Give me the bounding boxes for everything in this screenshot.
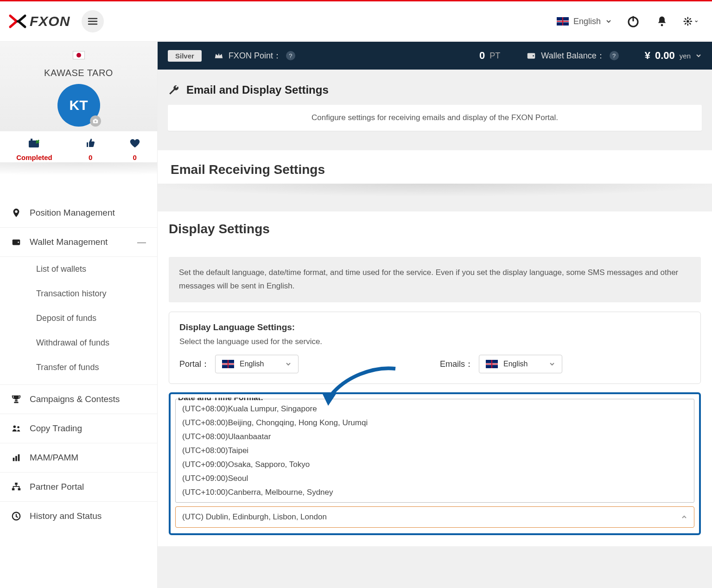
nav-position-management[interactable]: Position Management — [0, 198, 157, 228]
minus-icon: — — [137, 237, 146, 247]
brand-mark-icon — [8, 12, 27, 31]
svg-point-14 — [17, 426, 19, 428]
balance-value: 0.00 — [655, 50, 675, 62]
stat-verification[interactable]: Completed — [16, 138, 52, 161]
brand-text: FXON — [30, 13, 70, 29]
nav-campaigns[interactable]: Campaigns & Contests — [0, 385, 157, 414]
points-value-display: 0 PT — [479, 50, 500, 62]
timezone-select[interactable]: (UTC) Dublin, Edinburgh, Lisbon, London — [175, 506, 694, 528]
svg-point-6 — [94, 121, 96, 122]
sitemap-icon — [11, 482, 21, 492]
power-icon — [626, 14, 640, 28]
tier-badge: Silver — [168, 50, 202, 62]
decorative-wave — [0, 166, 157, 198]
balance-value-display[interactable]: ¥ 0.00 yen — [645, 50, 702, 62]
svg-point-3 — [661, 24, 663, 26]
datetime-panel-title: Date and Time Format: — [176, 393, 265, 403]
nav-wallet-list[interactable]: List of wallets — [0, 257, 157, 281]
stat-likes-value: 0 — [89, 153, 92, 161]
points-unit: PT — [490, 51, 500, 61]
nav-partner-portal[interactable]: Partner Portal — [0, 473, 157, 502]
chevron-down-icon — [549, 361, 555, 367]
profile-stats: Completed 0 0 — [0, 131, 157, 166]
uk-flag-icon — [557, 17, 569, 26]
map-pin-icon — [11, 208, 21, 218]
nav-copy-trading[interactable]: Copy Trading — [0, 414, 157, 443]
trophy-icon — [11, 394, 21, 404]
app-header: FXON English — [0, 1, 712, 42]
sidebar: KAWASE TARO KT Completed 0 0 — [0, 42, 158, 588]
thumbs-up-icon — [85, 138, 96, 149]
nav-label: Wallet Management — [30, 237, 108, 247]
nav-label: Campaigns & Contests — [30, 394, 120, 404]
main-content: Silver FXON Point： ? 0 PT Wallet Balance… — [158, 42, 712, 588]
timezone-option[interactable]: (UTC+08:00)Taipei — [176, 444, 694, 458]
timezone-option[interactable]: (UTC+09:00)Seoul — [176, 472, 694, 486]
balance-unit: yen — [680, 52, 691, 60]
menu-toggle-button[interactable] — [82, 10, 104, 32]
timezone-selected-value: (UTC) Dublin, Edinburgh, Lisbon, London — [182, 512, 327, 522]
svg-point-23 — [533, 55, 534, 57]
settings-button[interactable] — [683, 14, 698, 29]
email-settings-heading: Email Receiving Settings — [169, 152, 701, 184]
nav-history-status[interactable]: History and Status — [0, 502, 157, 530]
crown-icon — [214, 51, 224, 61]
help-icon[interactable]: ? — [286, 51, 295, 60]
stat-favorites[interactable]: 0 — [129, 138, 141, 161]
nav-transfer-funds[interactable]: Transfer of funds — [0, 355, 157, 380]
bell-icon — [655, 15, 668, 28]
svg-rect-18 — [15, 483, 18, 485]
timezone-option[interactable]: (UTC+10:00)Canberra, Melbourne, Sydney — [176, 486, 694, 499]
uk-flag-icon — [486, 360, 498, 368]
power-button[interactable] — [626, 14, 641, 29]
nav-deposit-funds[interactable]: Deposit of funds — [0, 306, 157, 331]
svg-rect-20 — [18, 488, 20, 491]
language-label: English — [573, 17, 601, 26]
language-settings-panel: Display Language Settings: Select the la… — [169, 312, 701, 384]
points-value: 0 — [479, 50, 485, 62]
hamburger-icon — [87, 16, 98, 27]
brand-logo: FXON — [8, 12, 70, 31]
avatar-upload-button[interactable] — [90, 115, 101, 127]
page-description-card: Configure settings for receiving emails … — [168, 105, 702, 131]
bar-chart-icon — [11, 453, 21, 463]
points-display: FXON Point： ? — [214, 50, 295, 61]
timezone-highlight-box: Date and Time Format: (UTC+08:00)Kuala L… — [169, 392, 701, 535]
portal-language-select[interactable]: English — [215, 355, 299, 373]
currency-symbol: ¥ — [645, 50, 650, 62]
profile-name: KAWASE TARO — [0, 68, 157, 78]
page-title: Email and Display Settings — [186, 83, 329, 96]
nav-withdraw-funds[interactable]: Withdrawal of funds — [0, 331, 157, 355]
stat-fav-value: 0 — [133, 153, 137, 161]
balance-display: Wallet Balance： ? — [526, 50, 618, 61]
timezone-option[interactable]: (UTC+08:00)Ulaanbaatar — [176, 430, 694, 444]
emails-lang-value: English — [503, 360, 528, 368]
balance-label: Wallet Balance： — [541, 50, 604, 61]
svg-rect-9 — [31, 139, 32, 141]
svg-point-12 — [18, 242, 19, 243]
page-title-row: Email and Display Settings — [168, 80, 702, 105]
svg-point-10 — [15, 211, 18, 213]
clock-icon — [11, 511, 21, 521]
nav-label: History and Status — [30, 511, 102, 521]
chevron-down-icon — [285, 361, 292, 367]
nav-mam-pamm[interactable]: MAM/PAMM — [0, 443, 157, 473]
notifications-button[interactable] — [655, 14, 669, 29]
timezone-option[interactable]: (UTC+08:00)Kuala Lumpur, Singapore — [176, 402, 694, 416]
timezone-option[interactable]: (UTC+09:00)Osaka, Sapporo, Tokyo — [176, 458, 694, 472]
stat-likes[interactable]: 0 — [85, 138, 96, 161]
nav-transaction-history[interactable]: Transaction history — [0, 281, 157, 306]
nav-wallet-management[interactable]: Wallet Management — — [0, 228, 157, 257]
emails-language-select[interactable]: English — [479, 355, 562, 373]
timezone-dropdown-list[interactable]: (UTC+08:00)Kuala Lumpur, Singapore (UTC+… — [175, 399, 694, 503]
id-card-icon — [28, 138, 41, 149]
svg-point-0 — [17, 20, 19, 23]
display-settings-info: Set the default language, date/time form… — [169, 257, 701, 302]
language-selector[interactable]: English — [557, 17, 612, 26]
camera-icon — [92, 118, 99, 124]
help-icon[interactable]: ? — [610, 51, 619, 60]
svg-rect-19 — [12, 488, 15, 491]
timezone-option[interactable]: (UTC+08:00)Beijing, Chongqing, Hong Kong… — [176, 416, 694, 430]
svg-rect-15 — [13, 458, 15, 461]
uk-flag-icon — [222, 360, 234, 368]
